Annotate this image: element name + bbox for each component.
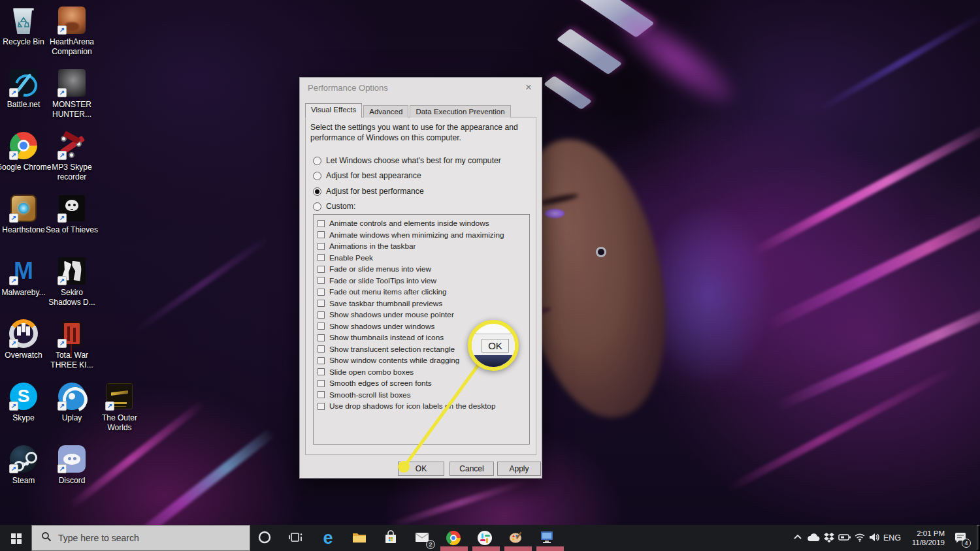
- desktop-icon-label: Steam: [12, 476, 35, 486]
- radio-best-performance[interactable]: Adjust for best performance: [313, 185, 424, 197]
- checkbox-label: Fade out menu items after clicking: [329, 287, 447, 296]
- checkbox-item[interactable]: Show thumbnails instead of icons: [318, 332, 444, 343]
- desktop-icon-outer-worlds[interactable]: ↗ The Outer Worlds: [91, 381, 148, 433]
- checkbox-item[interactable]: Show window contents while dragging: [318, 355, 459, 366]
- checkbox-item[interactable]: Fade or slide menus into view: [318, 264, 431, 274]
- checkbox-label: Smooth-scroll list boxes: [329, 390, 411, 400]
- chevron-up-icon: [792, 533, 803, 544]
- desktop-icon-label: Sekiro Shadows D...: [44, 288, 100, 307]
- desktop-icon-discord[interactable]: ↗ Discord: [44, 444, 100, 486]
- shortcut-arrow-icon: ↗: [9, 213, 18, 223]
- wifi-tray-button[interactable]: [854, 533, 866, 543]
- radio-custom[interactable]: Custom:: [313, 200, 355, 212]
- desktop-icon-label: Malwareby...: [1, 288, 45, 298]
- desktop-icon-monster-hunter[interactable]: ↗ MONSTER HUNTER...: [44, 68, 100, 119]
- show-desktop-button[interactable]: [977, 525, 980, 551]
- start-button[interactable]: [0, 525, 31, 551]
- radio-icon: [313, 202, 321, 211]
- checkbox-label: Enable Peek: [329, 253, 373, 262]
- checkbox-item[interactable]: Show translucent selection rectangle: [318, 344, 455, 354]
- checkbox-label: Fade or slide menus into view: [329, 264, 431, 274]
- desktop-icon-heartharena[interactable]: ↗ HearthArena Companion: [44, 5, 100, 57]
- checkbox-item[interactable]: Fade or slide ToolTips into view: [318, 276, 436, 286]
- taskbar-clock[interactable]: 2:01 PM 11/8/2019: [907, 529, 945, 548]
- checkbox-item[interactable]: Animate controls and elements inside win…: [318, 218, 489, 228]
- checkbox-label: Show shadows under mouse pointer: [329, 310, 454, 319]
- file-explorer-taskbar-button[interactable]: [344, 525, 375, 551]
- shortcut-arrow-icon: ↗: [9, 401, 18, 411]
- checkbox-item[interactable]: Slide open combo boxes: [318, 367, 414, 377]
- callout-magnifier-circle: OK: [468, 320, 519, 371]
- cortana-button[interactable]: [249, 525, 280, 551]
- onedrive-tray-button[interactable]: [808, 533, 819, 543]
- desktop-icon-sekiro[interactable]: ↗ Sekiro Shadows D...: [44, 256, 100, 307]
- shortcut-arrow-icon: ↗: [57, 276, 67, 285]
- checkbox-item[interactable]: Fade out menu items after clicking: [318, 287, 447, 297]
- radio-icon: [313, 157, 321, 165]
- checkbox-item[interactable]: Save taskbar thumbnail previews: [318, 298, 442, 309]
- apply-button[interactable]: Apply: [497, 462, 541, 476]
- volume-tray-button[interactable]: [869, 533, 881, 543]
- desktop-icon-sea-of-thieves[interactable]: ↗ Sea of Thieves: [44, 193, 100, 235]
- desktop-icon-mp3-skype-recorder[interactable]: ↗ MP3 Skype recorder: [44, 131, 100, 182]
- checkbox-item[interactable]: Show shadows under mouse pointer: [318, 309, 454, 320]
- callout-ok-band: OK: [468, 334, 519, 357]
- radio-best-appearance[interactable]: Adjust for best appearance: [313, 170, 421, 181]
- checkbox-item[interactable]: Enable Peek: [318, 253, 373, 263]
- shortcut-arrow-icon: ↗: [57, 339, 67, 348]
- desktop-icon-total-war[interactable]: ↗ Total War THREE KI...: [44, 319, 100, 370]
- checkbox-item[interactable]: Smooth edges of screen fonts: [318, 378, 432, 388]
- checkbox-item[interactable]: Smooth-scroll list boxes: [318, 390, 411, 400]
- desktop-icon-label: HearthArena Companion: [44, 37, 100, 57]
- mail-taskbar-button[interactable]: 2: [406, 525, 438, 551]
- radio-let-windows-choose[interactable]: Let Windows choose what's best for my co…: [313, 155, 501, 166]
- tab-data-execution-prevention[interactable]: Data Execution Prevention: [410, 105, 510, 118]
- device-tray-button[interactable]: [839, 533, 851, 543]
- checkbox-item[interactable]: Show shadows under windows: [318, 321, 434, 332]
- radio-label: Adjust for best appearance: [326, 171, 421, 180]
- desktop-icon-label: MP3 Skype recorder: [44, 163, 100, 182]
- language-indicator[interactable]: ENG: [883, 533, 901, 543]
- checkbox-icon: [318, 266, 325, 273]
- cancel-button[interactable]: Cancel: [449, 462, 494, 476]
- paint-icon: [508, 530, 524, 546]
- checkbox-item[interactable]: Use drop shadows for icon labels on the …: [318, 401, 495, 411]
- windows-logo-icon: [11, 533, 16, 538]
- desktop-icon-label: Total War THREE KI...: [44, 351, 100, 370]
- checkbox-icon: [318, 380, 325, 387]
- close-icon[interactable]: ×: [522, 81, 535, 94]
- ok-button[interactable]: OK: [398, 462, 444, 476]
- checkbox-icon: [318, 403, 325, 410]
- action-center-button[interactable]: 4: [947, 525, 973, 551]
- desktop-icon-label: Recycle Bin: [3, 37, 44, 47]
- shortcut-arrow-icon: ↗: [9, 151, 18, 160]
- checkbox-item[interactable]: Animate windows when minimizing and maxi…: [318, 230, 504, 240]
- shortcut-arrow-icon: ↗: [57, 88, 67, 97]
- checkbox-icon: [318, 254, 325, 261]
- edge-icon: e: [323, 529, 333, 547]
- desktop-icon-label: Overwatch: [5, 351, 42, 360]
- tray-chevron-button[interactable]: [792, 533, 804, 543]
- running-indicator: [536, 546, 564, 551]
- shortcut-arrow-icon: ↗: [105, 401, 114, 411]
- taskbar-search-box[interactable]: Type here to search: [31, 525, 250, 551]
- desktop-icon-label: Skype: [12, 413, 34, 423]
- radio-selected-icon: [313, 187, 321, 196]
- desktop-icon-label: Uplay: [62, 413, 82, 423]
- tab-advanced[interactable]: Advanced: [363, 105, 408, 118]
- dialog-tab-strip: Visual Effects Advanced Data Execution P…: [305, 103, 511, 118]
- shortcut-arrow-icon: ↗: [9, 88, 18, 97]
- checkbox-icon: [318, 243, 325, 250]
- store-taskbar-button[interactable]: [375, 525, 406, 551]
- checkbox-icon: [318, 311, 325, 319]
- performance-options-dialog: Performance Options × Visual Effects Adv…: [299, 77, 542, 479]
- dropbox-tray-button[interactable]: [823, 533, 835, 543]
- task-view-button[interactable]: [280, 525, 312, 551]
- checkbox-icon: [318, 277, 325, 284]
- checkbox-item[interactable]: Animations in the taskbar: [318, 241, 416, 251]
- tab-visual-effects[interactable]: Visual Effects: [305, 103, 362, 118]
- checkbox-icon: [318, 368, 325, 375]
- checkbox-icon: [318, 391, 325, 398]
- checkbox-label: Save taskbar thumbnail previews: [329, 299, 442, 308]
- edge-taskbar-button[interactable]: e: [312, 525, 344, 551]
